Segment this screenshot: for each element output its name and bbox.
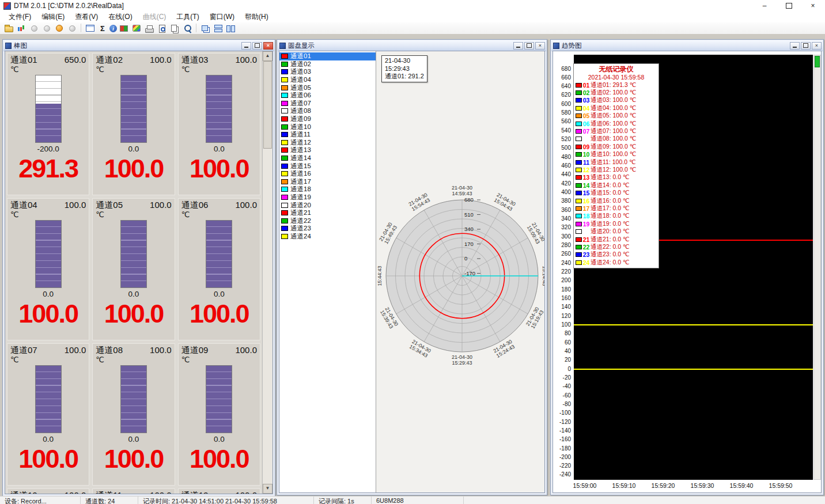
scroll-thumb[interactable]	[263, 61, 272, 149]
menu-item-file[interactable]: 文件(F)	[3, 11, 36, 23]
legend-color-swatch	[576, 98, 582, 103]
scale-max: 650.0	[65, 55, 86, 65]
menu-item-online[interactable]: 在线(O)	[103, 11, 137, 23]
bar-graph-window: 棒图 × 通道01650.0℃-200.0291.3通道02100.0℃0.01…	[2, 39, 275, 497]
channel-list-item-20[interactable]: 通道20	[279, 201, 376, 209]
legend-row-9: 09通道09: 100.0 ℃	[574, 143, 659, 150]
unit-label: ℃	[10, 210, 86, 219]
bar-minimize-button[interactable]	[241, 42, 251, 50]
online-ball-icon[interactable]	[54, 23, 65, 33]
prev-icon[interactable]	[28, 23, 40, 33]
menu-item-window[interactable]: 窗口(W)	[205, 11, 240, 23]
scroll-up-icon[interactable]: ▲	[263, 51, 273, 61]
next-icon[interactable]	[41, 23, 52, 33]
record-icon[interactable]	[118, 23, 130, 33]
legend-channel-number: 13	[582, 174, 591, 181]
y-axis-label: 500	[554, 145, 571, 151]
trend-window-titlebar[interactable]: 趋势图 ×	[551, 40, 823, 51]
channel-list-item-5[interactable]: 通道05	[279, 84, 376, 92]
channel-list-item-3[interactable]: 通道03	[279, 68, 376, 76]
x-axis-label: 15:59:40	[724, 482, 759, 489]
disc-close-button[interactable]: ×	[535, 42, 545, 50]
scale-min: 0.0	[181, 290, 257, 298]
channel-list-item-24[interactable]: 通道24	[279, 233, 376, 241]
disc-minimize-button[interactable]	[513, 42, 523, 50]
status-segment-3: 记录时间: 21-04-30 14:51:00 21-04-30 15:59:5…	[138, 497, 314, 504]
channel-list-item-14[interactable]: 通道14	[279, 154, 376, 162]
channel-list-item-17[interactable]: 通道17	[279, 178, 376, 186]
palette-icon[interactable]	[131, 23, 142, 33]
legend-color-swatch	[576, 106, 582, 111]
channel-list-item-2[interactable]: 通道02	[279, 60, 376, 69]
channel-list-item-18[interactable]: 通道18	[279, 185, 376, 194]
channel-list-item-22[interactable]: 通道22	[279, 217, 376, 225]
copy-icon[interactable]	[169, 23, 180, 33]
menu-item-curve[interactable]: 曲线(C)	[138, 11, 172, 23]
bar-window-titlebar[interactable]: 棒图 ×	[3, 40, 274, 51]
y-axis-label: 120	[554, 313, 571, 319]
disc-window-titlebar[interactable]: 圆盘显示 ×	[278, 40, 546, 51]
channel-list-item-13[interactable]: 通道13	[279, 146, 376, 154]
trend-scroll-thumb[interactable]	[815, 56, 820, 67]
channel-list-item-23[interactable]: 通道23	[279, 225, 376, 233]
channel-list-item-15[interactable]: 通道15	[279, 162, 376, 170]
y-axis-label: 680	[554, 66, 571, 72]
channel-name: 通道08	[96, 345, 123, 355]
bar-close-button[interactable]: ×	[263, 42, 273, 50]
menu-item-view[interactable]: 查看(V)	[70, 11, 103, 23]
channel-list-item-21[interactable]: 通道21	[279, 209, 376, 217]
y-axis-label: 280	[554, 242, 571, 248]
open-folder-icon[interactable]	[3, 23, 14, 33]
y-axis-label: 640	[554, 84, 571, 89]
tile-horizontal-icon[interactable]	[212, 23, 224, 33]
channel-list-item-6[interactable]: 通道06	[279, 92, 376, 100]
menu-item-edit[interactable]: 编辑(E)	[36, 11, 70, 23]
channel-list-item-19[interactable]: 通道19	[279, 194, 376, 202]
bar-scrollbar[interactable]: ▲ ▼	[262, 51, 273, 494]
trend-restore-button[interactable]	[801, 42, 811, 50]
bar-window-title: 棒图	[14, 41, 27, 50]
close-button[interactable]: ×	[801, 0, 825, 12]
legend-color-swatch	[576, 252, 582, 257]
menu-item-tools[interactable]: 工具(T)	[171, 11, 204, 23]
offline-ball-icon[interactable]	[66, 23, 78, 33]
y-axis-label: 100	[554, 322, 571, 328]
sum-icon[interactable]: Σ	[97, 23, 108, 33]
print-icon[interactable]	[143, 23, 155, 33]
search-icon[interactable]	[181, 23, 193, 33]
disc-restore-button[interactable]	[524, 42, 534, 50]
unit-label: ℃	[96, 355, 171, 364]
channel-list-item-1[interactable]: 通道01	[279, 52, 376, 60]
legend-channel-value: 通道22: 0.0 ℃	[591, 243, 630, 251]
channel-list-item-4[interactable]: 通道04	[279, 76, 376, 84]
channel-list-item-11[interactable]: 通道11	[279, 131, 376, 139]
channel-list-item-7[interactable]: 通道07	[279, 100, 376, 108]
chart-icon[interactable]	[16, 23, 27, 33]
minimize-button[interactable]: –	[752, 0, 777, 12]
channel-list-item-10[interactable]: 通道10	[279, 123, 376, 131]
unit-label: ℃	[181, 210, 257, 219]
legend-channel-number: 21	[582, 236, 591, 243]
title-bar[interactable]: DTM 2.0.1 [C:\DTM 2.0.2\RealData] – ×	[0, 0, 825, 12]
channel-list-item-8[interactable]: 通道08	[279, 107, 376, 115]
trend-scrollbar[interactable]	[813, 55, 821, 480]
bar-restore-button[interactable]	[252, 42, 262, 50]
y-axis-label: -40	[554, 384, 571, 389]
menu-item-help[interactable]: 帮助(H)	[240, 11, 274, 23]
channel-list-item-12[interactable]: 通道12	[279, 139, 376, 147]
channel-list-item-9[interactable]: 通道09	[279, 115, 376, 123]
trend-close-button[interactable]: ×	[812, 42, 822, 50]
cascade-windows-icon[interactable]	[199, 23, 211, 33]
print-preview-icon[interactable]	[156, 23, 168, 33]
scroll-down-icon[interactable]: ▼	[263, 484, 273, 494]
trend-minimize-button[interactable]	[790, 42, 800, 50]
info-icon[interactable]: i	[109, 25, 117, 32]
data-table-icon[interactable]	[84, 23, 96, 33]
channel-list-item-16[interactable]: 通道16	[279, 170, 376, 178]
series-line-24	[574, 369, 813, 370]
legend-row-24: 24通道24: 0.0 ℃	[574, 259, 659, 266]
maximize-button[interactable]	[777, 0, 801, 12]
tile-vertical-icon[interactable]	[225, 23, 236, 33]
status-bar: 设备: Record...通道数: 24记录时间: 21-04-30 14:51…	[0, 496, 825, 504]
legend-row-2: 02通道02: 100.0 ℃	[574, 89, 659, 96]
